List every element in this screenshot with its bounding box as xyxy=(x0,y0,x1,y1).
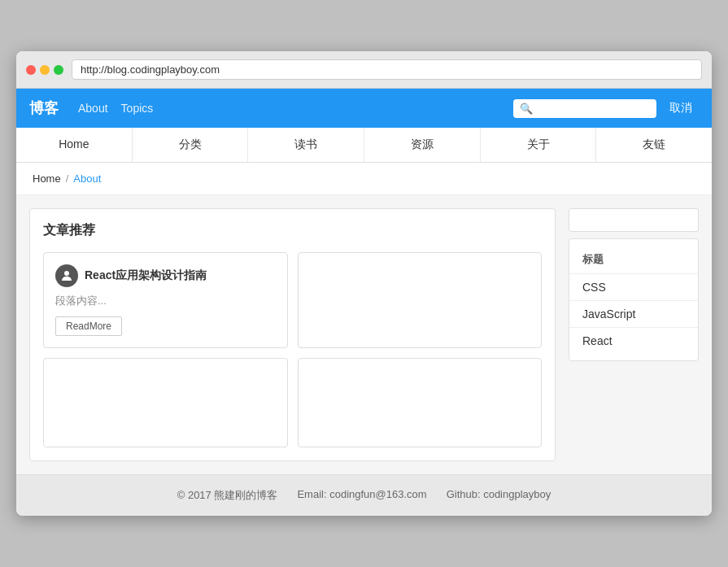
main-content: 文章推荐 React应用架构设计指南 段落内容... Rea xyxy=(16,195,712,474)
sidebar: 📅 标题 CSS JavaScript React xyxy=(569,208,699,461)
section-title: 文章推荐 xyxy=(43,222,542,239)
top-nav: 博客 About Topics 🔍 取消 xyxy=(16,89,712,128)
dot-red[interactable] xyxy=(26,65,36,75)
footer-github: Github: codingplayboy xyxy=(447,488,551,503)
articles-grid: React应用架构设计指南 段落内容... ReadMore xyxy=(43,252,542,447)
article-card-4 xyxy=(298,358,543,447)
url-bar[interactable]: http://blog.codingplayboy.com xyxy=(72,59,702,80)
secondary-nav-about[interactable]: 关于 xyxy=(481,128,597,162)
nav-link-about[interactable]: About xyxy=(78,102,108,115)
article-card-3 xyxy=(43,358,288,447)
article-excerpt-1: 段落内容... xyxy=(55,294,276,308)
sidebar-tags: 标题 CSS JavaScript React xyxy=(569,238,699,361)
breadcrumb: Home / About xyxy=(16,163,712,195)
dot-green[interactable] xyxy=(54,65,63,75)
nav-brand: 博客 xyxy=(29,98,59,118)
secondary-nav: Home 分类 读书 资源 关于 友链 xyxy=(16,128,712,163)
sidebar-tag-react[interactable]: React xyxy=(569,328,698,354)
footer: © 2017 熊建刚的博客 Email: codingfun@163.com G… xyxy=(16,474,712,516)
articles-section: 文章推荐 React应用架构设计指南 段落内容... Rea xyxy=(29,208,556,461)
browser-chrome: http://blog.codingplayboy.com xyxy=(16,51,712,89)
nav-link-topics[interactable]: Topics xyxy=(121,102,154,115)
search-input[interactable] xyxy=(536,102,650,115)
breadcrumb-home[interactable]: Home xyxy=(33,172,61,185)
secondary-nav-category[interactable]: 分类 xyxy=(133,128,249,162)
browser-dots xyxy=(26,65,63,75)
secondary-nav-reading[interactable]: 读书 xyxy=(248,128,364,162)
breadcrumb-separator: / xyxy=(66,172,69,185)
article-card-2 xyxy=(298,252,543,348)
breadcrumb-current: About xyxy=(73,172,101,185)
svg-point-0 xyxy=(64,271,69,276)
search-input-wrapper: 🔍 xyxy=(513,99,656,118)
sidebar-search: 📅 xyxy=(569,208,699,232)
browser-window: http://blog.codingplayboy.com 博客 About T… xyxy=(16,51,712,516)
footer-email: Email: codingfun@163.com xyxy=(297,488,426,503)
footer-links: © 2017 熊建刚的博客 Email: codingfun@163.com G… xyxy=(29,488,699,503)
sidebar-tags-header: 标题 xyxy=(569,246,698,274)
sidebar-tag-css[interactable]: CSS xyxy=(569,274,698,301)
article-title-1: React应用架构设计指南 xyxy=(85,268,207,283)
search-icon: 🔍 xyxy=(520,102,533,115)
article-card-1: React应用架构设计指南 段落内容... ReadMore xyxy=(43,252,288,348)
dot-yellow[interactable] xyxy=(40,65,50,75)
secondary-nav-resources[interactable]: 资源 xyxy=(364,128,481,162)
secondary-nav-home[interactable]: Home xyxy=(16,128,133,162)
read-more-button-1[interactable]: ReadMore xyxy=(55,316,122,336)
top-nav-links: About Topics xyxy=(78,102,513,115)
article-avatar-1 xyxy=(55,264,78,287)
sidebar-tag-javascript[interactable]: JavaScript xyxy=(569,301,698,328)
article-card-1-header: React应用架构设计指南 xyxy=(55,264,276,287)
cancel-button[interactable]: 取消 xyxy=(663,98,699,119)
top-nav-search: 🔍 取消 xyxy=(513,98,699,119)
sidebar-search-input[interactable] xyxy=(569,209,699,231)
secondary-nav-links[interactable]: 友链 xyxy=(596,128,712,162)
footer-copyright: © 2017 熊建刚的博客 xyxy=(177,488,278,503)
